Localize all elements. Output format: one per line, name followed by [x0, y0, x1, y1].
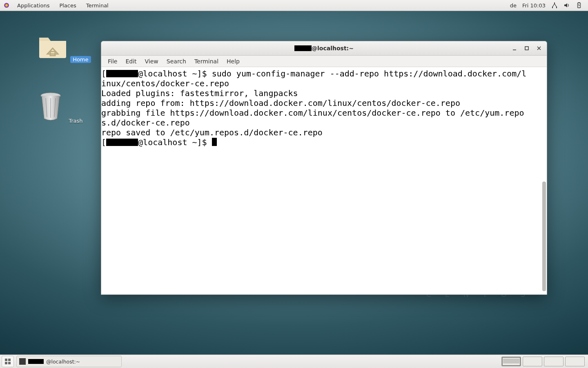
svg-rect-6	[579, 2, 580, 3]
battery-icon[interactable]	[576, 2, 582, 9]
svg-rect-13	[525, 47, 528, 50]
menu-help[interactable]: Help	[223, 56, 244, 67]
window-close-button[interactable]	[534, 43, 544, 54]
menu-file[interactable]: File	[104, 56, 121, 67]
terminal-scrollbar[interactable]	[542, 67, 546, 294]
desktop-icon-home[interactable]: Home	[37, 29, 91, 63]
svg-rect-17	[8, 359, 11, 361]
menu-search[interactable]: Search	[163, 56, 190, 67]
bottom-panel: @localhost:~	[0, 355, 588, 368]
svg-rect-18	[5, 362, 7, 364]
menu-places[interactable]: Places	[54, 0, 81, 11]
svg-rect-16	[5, 359, 7, 361]
keyboard-layout-indicator[interactable]: de	[510, 2, 517, 9]
volume-icon[interactable]	[564, 2, 570, 9]
network-icon[interactable]	[551, 2, 558, 9]
window-titlebar[interactable]: @localhost:~	[101, 41, 547, 56]
svg-rect-19	[8, 362, 11, 364]
workspace-3[interactable]	[544, 357, 564, 366]
show-desktop-icon	[4, 358, 11, 365]
window-title: @localhost:~	[294, 45, 354, 52]
terminal-body[interactable]: [@localhost ~]$ sudo yum-config-manager …	[101, 67, 547, 294]
taskbar-item-terminal[interactable]: @localhost:~	[16, 356, 122, 367]
distro-logo-icon	[3, 2, 10, 9]
desktop-icon-trash[interactable]: Trash	[37, 91, 85, 124]
show-desktop-button[interactable]	[2, 356, 14, 367]
scrollbar-thumb[interactable]	[542, 182, 546, 291]
desktop-icon-label: Home	[70, 56, 91, 63]
top-panel-left: Applications Places Terminal	[0, 0, 114, 11]
workspace-switcher	[501, 357, 586, 366]
svg-point-1	[5, 4, 8, 7]
terminal-output: [@localhost ~]$ sudo yum-config-manager …	[101, 67, 547, 147]
taskbar-item-label: @localhost:~	[46, 359, 80, 365]
top-panel-right: de Fri 10:03	[510, 2, 588, 9]
folder-home-icon	[37, 29, 69, 61]
desktop-icon-label: Trash	[66, 117, 85, 124]
top-panel: Applications Places Terminal de Fri 10:0…	[0, 0, 588, 11]
window-minimize-button[interactable]	[509, 43, 520, 54]
redacted-username	[294, 45, 312, 51]
terminal-menubar: File Edit View Search Terminal Help	[101, 56, 547, 67]
terminal-icon	[19, 358, 26, 365]
workspace-4[interactable]	[565, 357, 585, 366]
workspace-1[interactable]	[501, 357, 521, 366]
menu-terminal[interactable]: Terminal	[81, 0, 114, 11]
trash-icon	[37, 91, 65, 123]
menu-view[interactable]: View	[141, 56, 163, 67]
menu-applications[interactable]: Applications	[12, 0, 54, 11]
terminal-window: @localhost:~ File Edit View Search Termi…	[101, 41, 547, 295]
window-maximize-button[interactable]	[521, 43, 532, 54]
workspace-2[interactable]	[523, 357, 542, 366]
clock[interactable]: Fri 10:03	[522, 2, 546, 9]
menu-edit[interactable]: Edit	[121, 56, 140, 67]
redacted-username	[28, 359, 44, 364]
menu-terminal[interactable]: Terminal	[190, 56, 223, 67]
